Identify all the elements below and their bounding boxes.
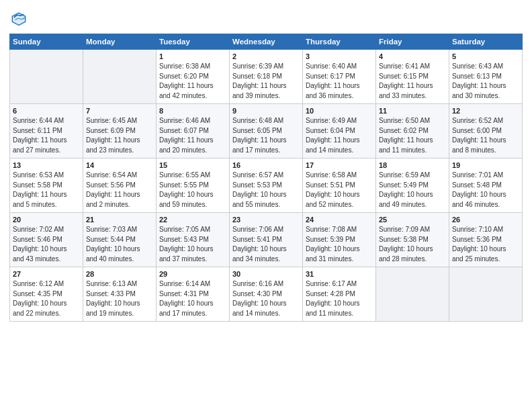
day-number: 8 <box>159 107 226 115</box>
calendar-cell: 6Sunrise: 6:44 AMSunset: 6:11 PMDaylight… <box>10 104 83 158</box>
day-detail: Sunrise: 7:02 AMSunset: 5:46 PMDaylight:… <box>13 225 80 264</box>
weekday-header-saturday: Saturday <box>449 34 523 50</box>
day-number: 9 <box>232 107 300 115</box>
day-number: 24 <box>306 216 373 224</box>
day-detail: Sunrise: 6:12 AMSunset: 4:35 PMDaylight:… <box>13 279 80 318</box>
day-number: 6 <box>13 107 80 115</box>
day-number: 11 <box>379 107 446 115</box>
day-detail: Sunrise: 7:05 AMSunset: 5:43 PMDaylight:… <box>159 225 226 264</box>
day-detail: Sunrise: 6:59 AMSunset: 5:49 PMDaylight:… <box>379 171 446 210</box>
day-detail: Sunrise: 6:54 AMSunset: 5:56 PMDaylight:… <box>86 171 153 210</box>
calendar-cell: 7Sunrise: 6:45 AMSunset: 6:09 PMDaylight… <box>83 104 157 158</box>
day-detail: Sunrise: 6:45 AMSunset: 6:09 PMDaylight:… <box>86 116 153 155</box>
day-number: 30 <box>232 270 300 278</box>
calendar-week-4: 20Sunrise: 7:02 AMSunset: 5:46 PMDayligh… <box>10 213 523 267</box>
calendar-cell: 19Sunrise: 7:01 AMSunset: 5:48 PMDayligh… <box>449 158 523 213</box>
day-number: 16 <box>232 161 300 169</box>
day-detail: Sunrise: 6:13 AMSunset: 4:33 PMDaylight:… <box>86 279 153 318</box>
day-detail: Sunrise: 7:08 AMSunset: 5:39 PMDaylight:… <box>306 225 373 264</box>
day-number: 19 <box>452 161 519 169</box>
day-detail: Sunrise: 6:52 AMSunset: 6:00 PMDaylight:… <box>452 116 519 155</box>
day-number: 12 <box>452 107 519 115</box>
day-detail: Sunrise: 6:53 AMSunset: 5:58 PMDaylight:… <box>13 171 80 210</box>
calendar-cell: 23Sunrise: 7:06 AMSunset: 5:41 PMDayligh… <box>230 213 303 267</box>
weekday-header-row: SundayMondayTuesdayWednesdayThursdayFrid… <box>10 34 523 50</box>
calendar-cell: 25Sunrise: 7:09 AMSunset: 5:38 PMDayligh… <box>376 213 449 267</box>
day-detail: Sunrise: 6:48 AMSunset: 6:05 PMDaylight:… <box>232 116 300 155</box>
calendar-cell: 18Sunrise: 6:59 AMSunset: 5:49 PMDayligh… <box>376 158 449 213</box>
day-detail: Sunrise: 6:43 AMSunset: 6:13 PMDaylight:… <box>452 62 519 101</box>
day-number: 7 <box>86 107 153 115</box>
day-number: 5 <box>452 52 519 60</box>
calendar-cell: 22Sunrise: 7:05 AMSunset: 5:43 PMDayligh… <box>157 213 230 267</box>
calendar-cell <box>376 267 449 322</box>
day-detail: Sunrise: 6:38 AMSunset: 6:20 PMDaylight:… <box>159 62 226 101</box>
calendar-cell: 2Sunrise: 6:39 AMSunset: 6:18 PMDaylight… <box>230 50 303 104</box>
day-detail: Sunrise: 6:44 AMSunset: 6:11 PMDaylight:… <box>13 116 80 155</box>
day-detail: Sunrise: 6:55 AMSunset: 5:55 PMDaylight:… <box>159 171 226 210</box>
calendar-week-3: 13Sunrise: 6:53 AMSunset: 5:58 PMDayligh… <box>10 158 523 213</box>
day-number: 2 <box>232 52 300 60</box>
day-detail: Sunrise: 6:14 AMSunset: 4:31 PMDaylight:… <box>159 279 226 318</box>
calendar-cell: 4Sunrise: 6:41 AMSunset: 6:15 PMDaylight… <box>376 50 449 104</box>
calendar-header: SundayMondayTuesdayWednesdayThursdayFrid… <box>10 34 523 50</box>
calendar-cell <box>10 50 83 104</box>
calendar-week-2: 6Sunrise: 6:44 AMSunset: 6:11 PMDaylight… <box>10 104 523 158</box>
calendar-cell: 16Sunrise: 6:57 AMSunset: 5:53 PMDayligh… <box>230 158 303 213</box>
calendar-cell: 9Sunrise: 6:48 AMSunset: 6:05 PMDaylight… <box>230 104 303 158</box>
day-detail: Sunrise: 6:58 AMSunset: 5:51 PMDaylight:… <box>306 171 373 210</box>
day-number: 23 <box>232 216 300 224</box>
day-detail: Sunrise: 6:57 AMSunset: 5:53 PMDaylight:… <box>232 171 300 210</box>
day-number: 22 <box>159 216 226 224</box>
day-detail: Sunrise: 6:40 AMSunset: 6:17 PMDaylight:… <box>306 62 373 101</box>
calendar-week-1: 1Sunrise: 6:38 AMSunset: 6:20 PMDaylight… <box>10 50 523 104</box>
day-number: 1 <box>159 52 226 60</box>
weekday-header-sunday: Sunday <box>10 34 83 50</box>
calendar-cell <box>83 50 157 104</box>
calendar-cell: 17Sunrise: 6:58 AMSunset: 5:51 PMDayligh… <box>303 158 376 213</box>
day-number: 18 <box>379 161 446 169</box>
weekday-header-monday: Monday <box>83 34 157 50</box>
day-detail: Sunrise: 6:46 AMSunset: 6:07 PMDaylight:… <box>159 116 226 155</box>
day-detail: Sunrise: 7:10 AMSunset: 5:36 PMDaylight:… <box>452 225 519 264</box>
day-number: 29 <box>159 270 226 278</box>
day-number: 14 <box>86 161 153 169</box>
day-number: 10 <box>306 107 373 115</box>
calendar-cell: 26Sunrise: 7:10 AMSunset: 5:36 PMDayligh… <box>449 213 523 267</box>
calendar-cell: 28Sunrise: 6:13 AMSunset: 4:33 PMDayligh… <box>83 267 157 322</box>
calendar-week-5: 27Sunrise: 6:12 AMSunset: 4:35 PMDayligh… <box>10 267 523 322</box>
calendar-cell: 10Sunrise: 6:49 AMSunset: 6:04 PMDayligh… <box>303 104 376 158</box>
calendar-cell: 31Sunrise: 6:17 AMSunset: 4:28 PMDayligh… <box>303 267 376 322</box>
day-number: 27 <box>13 270 80 278</box>
calendar-cell: 20Sunrise: 7:02 AMSunset: 5:46 PMDayligh… <box>10 213 83 267</box>
day-detail: Sunrise: 7:03 AMSunset: 5:44 PMDaylight:… <box>86 225 153 264</box>
day-number: 31 <box>306 270 373 278</box>
day-number: 17 <box>306 161 373 169</box>
day-detail: Sunrise: 6:49 AMSunset: 6:04 PMDaylight:… <box>306 116 373 155</box>
calendar-body: 1Sunrise: 6:38 AMSunset: 6:20 PMDaylight… <box>10 50 523 322</box>
calendar-cell: 3Sunrise: 6:40 AMSunset: 6:17 PMDaylight… <box>303 50 376 104</box>
weekday-header-wednesday: Wednesday <box>230 34 303 50</box>
day-number: 25 <box>379 216 446 224</box>
calendar-cell: 29Sunrise: 6:14 AMSunset: 4:31 PMDayligh… <box>157 267 230 322</box>
day-detail: Sunrise: 6:50 AMSunset: 6:02 PMDaylight:… <box>379 116 446 155</box>
day-number: 15 <box>159 161 226 169</box>
calendar-cell: 8Sunrise: 6:46 AMSunset: 6:07 PMDaylight… <box>157 104 230 158</box>
day-detail: Sunrise: 6:41 AMSunset: 6:15 PMDaylight:… <box>379 62 446 101</box>
weekday-header-thursday: Thursday <box>303 34 376 50</box>
calendar-cell: 15Sunrise: 6:55 AMSunset: 5:55 PMDayligh… <box>157 158 230 213</box>
day-number: 4 <box>379 52 446 60</box>
calendar-cell: 30Sunrise: 6:16 AMSunset: 4:30 PMDayligh… <box>230 267 303 322</box>
calendar-cell: 21Sunrise: 7:03 AMSunset: 5:44 PMDayligh… <box>83 213 157 267</box>
calendar-cell: 24Sunrise: 7:08 AMSunset: 5:39 PMDayligh… <box>303 213 376 267</box>
day-detail: Sunrise: 7:01 AMSunset: 5:48 PMDaylight:… <box>452 171 519 210</box>
calendar-cell <box>449 267 523 322</box>
calendar-cell: 14Sunrise: 6:54 AMSunset: 5:56 PMDayligh… <box>83 158 157 213</box>
day-number: 26 <box>452 216 519 224</box>
weekday-header-tuesday: Tuesday <box>157 34 230 50</box>
day-number: 13 <box>13 161 80 169</box>
calendar-cell: 12Sunrise: 6:52 AMSunset: 6:00 PMDayligh… <box>449 104 523 158</box>
day-detail: Sunrise: 6:39 AMSunset: 6:18 PMDaylight:… <box>232 62 300 101</box>
day-number: 28 <box>86 270 153 278</box>
calendar-cell: 1Sunrise: 6:38 AMSunset: 6:20 PMDaylight… <box>157 50 230 104</box>
